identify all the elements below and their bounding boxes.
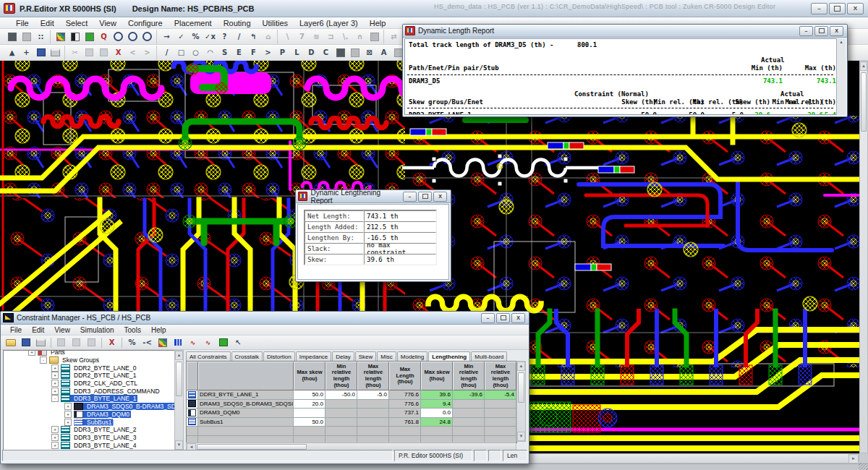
draw-line-icon[interactable]: / — [160, 46, 174, 59]
draw-d-icon[interactable]: D — [305, 46, 318, 59]
menu-file[interactable]: File — [10, 19, 35, 27]
fill-icon[interactable] — [333, 46, 347, 59]
tree-item-ddr3-address-command[interactable]: + DDR3_ADDRESS_COMMAND — [4, 387, 175, 395]
minimize-button[interactable]: – — [799, 26, 813, 36]
route-icon[interactable]: → — [160, 30, 174, 43]
undo-route-icon[interactable]: ↰ — [247, 30, 260, 43]
close-button[interactable]: X — [830, 26, 843, 36]
draw-f-icon[interactable]: F — [247, 46, 260, 59]
pan-icon[interactable]: + — [20, 46, 33, 59]
paste-icon[interactable] — [85, 337, 98, 349]
layer-palette-icon[interactable] — [54, 30, 67, 43]
waveform-icon[interactable]: ∿ — [186, 337, 200, 349]
tree-item-ddr3-byte-lane-3[interactable]: + DDR3_BYTE_LANE_3 — [4, 434, 175, 442]
delete-icon[interactable]: X — [105, 337, 119, 349]
minimize-button[interactable]: – — [811, 3, 827, 14]
pin-swap-icon[interactable]: ⇄ — [387, 30, 401, 43]
menu-view[interactable]: View — [93, 19, 122, 27]
drc-icon[interactable]: ✓x — [203, 30, 217, 43]
print-icon[interactable] — [34, 337, 48, 349]
home-icon[interactable]: ⌂ — [261, 30, 275, 43]
tree-item-ddr3-byte-lane-2[interactable]: + DDR3_BYTE_LANE_2 — [4, 426, 175, 434]
tab-multi-board[interactable]: Multi-board — [471, 351, 507, 361]
draw-arc-icon[interactable]: ◠ — [203, 46, 217, 59]
copy-icon[interactable] — [82, 46, 96, 59]
main-vertical-scrollbar[interactable]: ▲ — [859, 61, 868, 453]
zoom-in-icon[interactable] — [111, 30, 125, 43]
tab-lengthening[interactable]: Lengthening — [428, 351, 470, 361]
close-button[interactable]: X — [511, 313, 525, 323]
tab-skew[interactable]: Skew — [355, 351, 377, 361]
save-icon[interactable] — [19, 337, 33, 349]
pencil-icon[interactable]: / — [232, 30, 246, 43]
cm-menu-edit[interactable]: Edit — [27, 326, 49, 334]
menu-select[interactable]: Select — [60, 19, 94, 27]
draw-rect-icon[interactable]: □ — [174, 46, 188, 59]
cm-menu-file[interactable]: File — [5, 326, 27, 334]
find-icon[interactable]: % — [125, 337, 139, 349]
draw-spline-icon[interactable]: S — [218, 46, 231, 59]
tab-misc[interactable]: Misc — [377, 351, 396, 361]
delete-icon[interactable]: X — [111, 46, 125, 59]
tree-scrollbar[interactable]: ▲ ▼ — [174, 350, 184, 450]
close-button[interactable]: X — [433, 192, 447, 202]
grid-vertical-scrollbar[interactable]: ▲ ▼ — [516, 361, 526, 442]
menu-placement[interactable]: Placement — [169, 19, 218, 27]
meander-icon[interactable]: ∩ — [353, 30, 367, 43]
save-icon[interactable] — [34, 46, 48, 59]
hatch-icon[interactable]: ⊠ — [362, 46, 376, 59]
verify-icon[interactable]: % — [189, 30, 203, 43]
grid-row-subbus1[interactable]: SubBus1 50.0 761.8 24.8 — [187, 418, 516, 427]
query-icon[interactable]: ? — [218, 30, 231, 43]
close-button[interactable]: X — [847, 3, 864, 14]
serpentine-icon[interactable]: ≋ — [310, 30, 323, 43]
tree-item-ddr2-byte-lane-0[interactable]: + DDR2_BYTE_LANE_0 — [4, 364, 175, 372]
probe-icon[interactable]: -< — [140, 337, 154, 349]
tree-item-subbus1[interactable]: + SubBus1 — [4, 418, 175, 426]
tree-item-dram3-sdqs0-pair[interactable]: + DRAM3_SDQS0_B-DRAM3_SDQS0 (base) — [4, 403, 175, 411]
lengthening-report-titlebar[interactable]: Dynamic Lengthening Report – X — [296, 190, 451, 203]
draw-l-icon[interactable]: L — [290, 46, 304, 59]
maximize-button[interactable] — [829, 3, 846, 14]
zoom-out-icon[interactable] — [126, 30, 140, 43]
select-mode-icon[interactable] — [5, 30, 19, 43]
draw-poly-icon[interactable]: E — [232, 46, 246, 59]
contrast-icon[interactable] — [68, 30, 82, 43]
cm-menu-help[interactable]: Help — [146, 326, 171, 334]
angle-route-icon[interactable]: \. — [339, 30, 352, 43]
corner-route-icon[interactable]: 7 — [295, 30, 309, 43]
tree-item-dram3-dqm0[interactable]: + DRAM3_DQM0 — [4, 411, 175, 419]
menu-configure[interactable]: Configure — [122, 19, 169, 27]
waveform2-icon[interactable]: ∿ — [201, 337, 215, 349]
tab-all-constraints[interactable]: All Constraints — [186, 351, 231, 361]
cm-menu-view[interactable]: View — [49, 326, 75, 334]
draw-chamfer-icon[interactable]: > — [261, 46, 275, 59]
copy-icon[interactable] — [69, 337, 83, 349]
zoom-fit-icon[interactable] — [140, 30, 154, 43]
tab-impedance[interactable]: Impedance — [296, 351, 332, 361]
grid-row-dram3-dqm0[interactable]: DRAM3_DQM0 737.1 0.0 — [187, 409, 516, 418]
tab-delay[interactable]: Delay — [332, 351, 354, 361]
tab-distortion[interactable]: Distortion — [263, 351, 295, 361]
grid-row-dram3-sdqs0-pair[interactable]: DRAM3_SDQS0_B-DRAM3_SDQS0 20.0 776.6 9.4 — [187, 400, 516, 409]
length-report-titlebar[interactable]: Dynamic Length Report – X — [403, 25, 847, 38]
undo-icon[interactable]: < — [126, 46, 140, 59]
cursor-icon[interactable]: ▲ — [5, 46, 19, 59]
menu-edit[interactable]: Edit — [35, 19, 60, 27]
pattern-icon[interactable] — [367, 30, 381, 43]
menu-routing[interactable]: Routing — [218, 19, 257, 27]
maximize-button[interactable] — [814, 26, 828, 36]
copy-shape-icon[interactable] — [348, 46, 362, 59]
expand-icon[interactable]: :: — [34, 30, 48, 43]
tree-item-parts[interactable]: + Parts — [4, 350, 175, 356]
text-icon[interactable]: A — [377, 46, 391, 59]
tree-item-ddr3-byte-lane-1[interactable]: - DDR3_BYTE_LANE_1 — [4, 395, 175, 403]
tree-item-ddr2-clk-add-ctl[interactable]: + DDR2_CLK_ADD_CTL — [4, 380, 175, 388]
tree-item-skew-groups[interactable]: - Skew Groups — [4, 356, 175, 364]
tab-modeling[interactable]: Modeling — [397, 351, 427, 361]
check-icon[interactable]: ✓ — [174, 30, 188, 43]
draw-circle-icon[interactable]: ○ — [189, 46, 203, 59]
board-sync-icon[interactable] — [216, 337, 230, 349]
maximize-button[interactable] — [418, 192, 432, 202]
resize-grip[interactable] — [859, 463, 868, 470]
